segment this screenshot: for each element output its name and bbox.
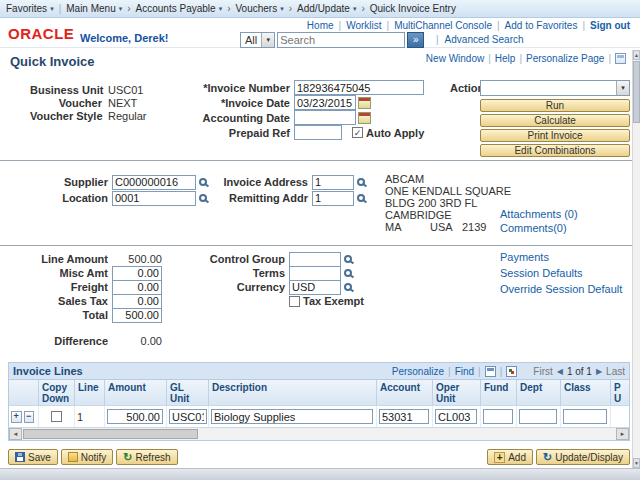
personalize-page-link[interactable]: Personalize Page [526,53,604,64]
copy-down-checkbox[interactable] [51,411,62,422]
separator: | [519,53,522,64]
refresh-button[interactable]: ↻ Refresh [116,449,177,465]
header-links: Home | Worklist | MultiChannel Console |… [307,20,630,31]
edit-combinations-button[interactable]: Edit Combinations [480,144,630,157]
pager-next-icon[interactable]: ▶ [596,367,602,376]
comments-link[interactable]: Comments(0) [500,222,578,234]
location-input[interactable] [112,191,196,206]
clipped-cell [611,406,629,427]
worklist-link[interactable]: Worklist [346,20,381,31]
view-all-icon[interactable] [485,366,496,377]
control-group-lookup-icon[interactable] [344,255,352,263]
notify-button[interactable]: Notify [61,449,114,465]
new-window-link[interactable]: New Window [426,53,484,64]
currency-input[interactable] [289,280,341,295]
control-fields: Control Group Terms Currency Tax Exempt [205,252,364,308]
scroll-down-button[interactable]: ▼ [633,458,640,468]
calculate-button[interactable]: Calculate [480,114,630,127]
delete-row-button[interactable]: − [24,411,35,423]
action-select[interactable]: ▾ [480,80,630,96]
search-go-button[interactable]: » [407,32,424,48]
find-link[interactable]: Find [455,366,474,377]
copy-url-icon[interactable] [615,53,626,64]
chevron-down-icon: ▾ [280,5,284,13]
accounting-date-input[interactable] [294,110,356,125]
payments-link[interactable]: Payments [500,251,622,263]
save-label: Save [28,452,51,463]
advanced-search-link[interactable]: Advanced Search [445,34,524,45]
pager-prev-icon[interactable]: ◀ [557,367,563,376]
vertical-scroll-thumb[interactable] [633,61,640,123]
dept-input[interactable] [519,409,557,424]
scroll-up-button[interactable]: ▲ [633,50,640,60]
search-scope-select[interactable]: All ▾ [240,32,275,48]
home-link[interactable]: Home [307,20,334,31]
add-button[interactable]: + Add [487,449,533,465]
breadcrumb-vouchers[interactable]: Vouchers ▾ [236,3,284,14]
print-invoice-button[interactable]: Print Invoice [480,129,630,142]
line-amount-input[interactable] [107,409,163,424]
account-input[interactable] [379,409,429,424]
description-input[interactable] [211,409,373,424]
address-line: BLDG 200 3RD FL [385,197,511,209]
scroll-right-button[interactable]: ► [616,428,629,440]
grid-horizontal-scrollbar: ◄ ► [9,427,629,440]
invoice-number-input[interactable] [294,80,424,95]
currency-lookup-icon[interactable] [344,283,352,291]
horizontal-scroll-thumb[interactable] [23,429,198,439]
search-input[interactable] [277,32,405,48]
override-session-default-link[interactable]: Override Session Default [500,283,622,295]
breadcrumb-add-update[interactable]: Add/Update ▾ [297,3,356,14]
invoice-date-input[interactable] [294,95,356,110]
gl-unit-input[interactable] [169,409,207,424]
total-input[interactable] [112,308,162,323]
voucher-style-value: Regular [108,110,147,122]
control-group-input[interactable] [289,252,341,267]
sales-tax-input[interactable] [112,294,162,309]
invoice-address-lookup-icon[interactable] [357,178,365,186]
supplier-label: Supplier [30,176,108,188]
personalize-link[interactable]: Personalize [392,366,444,377]
remitting-addr-input[interactable] [312,191,354,206]
freight-input[interactable] [112,280,162,295]
supplier-lookup-icon[interactable] [199,178,207,186]
session-defaults-link[interactable]: Session Defaults [500,267,622,279]
fund-input[interactable] [483,409,513,424]
invoice-address-input[interactable] [312,175,354,190]
multichannel-console-link[interactable]: MultiChannel Console [394,20,492,31]
remitting-addr-lookup-icon[interactable] [357,194,365,202]
favorites-menu[interactable]: Favorites ▾ [6,3,54,14]
supplier-input[interactable] [112,175,196,190]
calendar-icon[interactable] [358,112,371,124]
class-input[interactable] [563,409,607,424]
save-button[interactable]: Save [8,449,58,465]
pager-first-link[interactable]: First [533,366,552,377]
oper-unit-input[interactable] [435,409,477,424]
sign-out-link[interactable]: Sign out [590,20,630,31]
calendar-icon[interactable] [358,97,371,109]
breadcrumb-accounts-payable[interactable]: Accounts Payable ▾ [136,3,223,14]
add-row-button[interactable]: + [11,411,22,423]
attachments-link[interactable]: Attachments (0) [500,208,578,220]
download-to-excel-icon[interactable] [506,366,517,377]
terms-input[interactable] [289,266,341,281]
difference-label: Difference [30,335,108,347]
prepaid-ref-input[interactable] [294,125,342,140]
invoice-address-label: Invoice Address [212,176,308,188]
attachment-links: Attachments (0) Comments(0) [500,208,578,234]
location-lookup-icon[interactable] [199,194,207,202]
auto-apply-checkbox[interactable]: ✓ [352,127,363,138]
main-menu[interactable]: Main Menu ▾ [66,3,122,14]
address-state: MA [385,221,430,233]
help-link[interactable]: Help [495,53,516,64]
tax-exempt-checkbox[interactable] [289,296,300,307]
misc-amt-input[interactable] [112,266,162,281]
pager-last-link[interactable]: Last [606,366,625,377]
separator: | [387,20,390,31]
run-button[interactable]: Run [480,99,630,112]
address-line: ONE KENDALL SQUARE [385,185,511,197]
add-to-favorites-link[interactable]: Add to Favorites [505,20,578,31]
update-display-button[interactable]: ↻ Update/Display [536,449,630,465]
scroll-left-button[interactable]: ◄ [9,428,22,440]
terms-lookup-icon[interactable] [344,269,352,277]
